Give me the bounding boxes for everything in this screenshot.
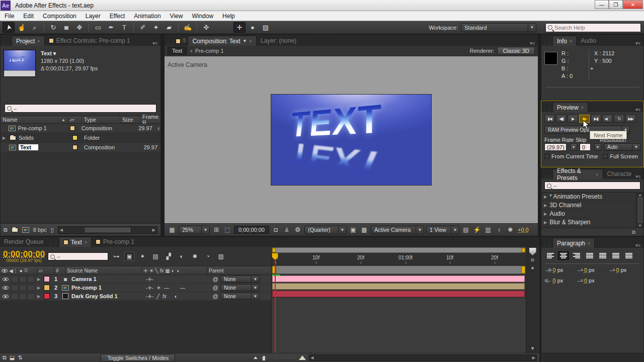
space-after-field[interactable]: →≡0px — [577, 278, 609, 284]
timeline-button-icon[interactable]: ▥ — [484, 226, 493, 234]
resolution-dropdown[interactable]: (Quarter)▼ — [304, 226, 347, 234]
skip-field[interactable]: 0 — [580, 143, 591, 151]
view-axis-mode-button[interactable]: ▨ — [260, 22, 272, 33]
composition-mini-flowchart-icon[interactable]: ⊶ — [111, 252, 121, 261]
tab-effects-presets[interactable]: Effects & Presets× — [552, 169, 603, 179]
project-row-text[interactable]: Text Composition 29.97 — [1, 143, 160, 152]
pen-tool[interactable]: ✒ — [105, 22, 117, 33]
parent-column-header[interactable]: Parent — [207, 266, 267, 275]
align-left-button[interactable] — [545, 252, 555, 259]
region-of-interest-icon[interactable]: ⬚ — [223, 226, 232, 234]
last-frame-button[interactable]: ▶▮ — [591, 115, 601, 123]
hand-tool[interactable]: ☝ — [16, 22, 28, 33]
expand-arrow-icon[interactable]: ▶ — [35, 294, 42, 299]
puppet-pin-tool[interactable]: ✜ — [200, 22, 212, 33]
panel-menu-icon[interactable]: ▾≡ — [635, 107, 643, 112]
menu-layer[interactable]: Layer — [81, 12, 105, 21]
label-color-icon[interactable] — [72, 145, 77, 150]
grid-options-icon[interactable]: ▦ — [168, 226, 177, 234]
column-size[interactable]: Size — [120, 116, 140, 123]
layer-row-camera[interactable]: ▶ 1 ◙ Camera 1 -✛- @ None▼ — [0, 275, 271, 284]
breadcrumb-parent[interactable]: Pre-comp 1 — [195, 48, 224, 54]
first-frame-button[interactable]: ▮◀ — [544, 115, 555, 123]
align-right-button[interactable] — [572, 252, 582, 259]
panel-menu-icon[interactable]: ▾≡ — [635, 41, 643, 46]
timeline-timecode[interactable]: 0;00;00;00 — [3, 250, 45, 258]
column-name[interactable]: Name▲ — [1, 116, 68, 123]
menu-effect[interactable]: Effect — [105, 12, 129, 21]
panel-menu-icon[interactable]: ▾≡ — [530, 41, 538, 46]
clone-stamp-tool[interactable]: ✦ — [150, 22, 162, 33]
search-help-input[interactable] — [554, 25, 625, 31]
timeline-search-box[interactable]: – — [48, 252, 108, 260]
eye-icon[interactable] — [0, 285, 11, 291]
timeline-horizontal-scrollbar[interactable]: ◀▶ — [309, 354, 537, 361]
effects-search-box[interactable]: – — [544, 182, 640, 190]
hide-shy-layers-icon[interactable]: ▤ — [150, 252, 160, 261]
label-color-icon[interactable] — [72, 135, 77, 140]
auto-keyframe-icon[interactable]: ◔ — [203, 252, 213, 261]
justify-all-button[interactable] — [624, 252, 634, 259]
interpret-footage-icon[interactable]: ⧉ — [4, 227, 8, 233]
toggle-switches-modes-button[interactable]: Toggle Switches / Modes — [101, 354, 175, 362]
project-row-solids[interactable]: ▶ Solids Folder — [1, 133, 160, 143]
tab-preview[interactable]: Preview× — [552, 102, 588, 112]
view-dropdown[interactable]: Active Camera▼ — [371, 226, 424, 234]
close-icon[interactable]: × — [588, 241, 590, 246]
tab-timeline-precomp[interactable]: Pre-comp 1 — [92, 237, 138, 247]
work-area-shield-icon[interactable] — [529, 248, 536, 255]
zoom-in-mountain-icon[interactable] — [299, 355, 306, 360]
menu-composition[interactable]: Composition — [38, 12, 81, 21]
renderer-button[interactable]: Classic 3D — [497, 47, 535, 55]
tab-audio[interactable]: Audio — [577, 36, 600, 46]
space-before-field[interactable]: ≡|←0px — [544, 278, 577, 284]
align-center-button[interactable] — [558, 252, 569, 259]
expand-modes-icon[interactable]: ⬓ — [10, 354, 15, 361]
bit-depth-label[interactable]: 8 bpc — [33, 227, 47, 233]
eye-icon[interactable] — [0, 276, 11, 282]
breadcrumb-current[interactable]: Text — [168, 47, 187, 55]
layer-bar-camera[interactable] — [272, 276, 525, 282]
project-row-precomp[interactable]: Pre-comp 1 Composition 29.97 ♁ — [1, 124, 160, 133]
layer-row-solid[interactable]: ▶ 3 Dark Gray Solid 1 -✛-╱fx◐ @ None▼ — [0, 292, 271, 301]
selection-tool[interactable]: ➤ — [3, 22, 15, 33]
close-icon[interactable]: × — [37, 39, 40, 44]
composition-viewport[interactable]: Active Camera TEXT TEXT — [165, 56, 538, 223]
parent-dropdown[interactable]: None▼ — [220, 276, 260, 283]
zoom-tool[interactable]: ⌕ — [29, 22, 41, 33]
label-color-icon[interactable] — [70, 126, 75, 131]
source-name-column-header[interactable]: Source Name — [65, 266, 142, 275]
transparency-grid-icon[interactable]: ▩ — [360, 226, 369, 234]
menu-view[interactable]: View — [166, 12, 188, 21]
eraser-tool[interactable]: ▰ — [163, 22, 175, 33]
fast-previews-icon[interactable]: ⚡ — [472, 226, 481, 234]
workspace-dropdown[interactable]: Standard▼ — [461, 23, 536, 32]
expand-arrow-icon[interactable]: ▶ — [544, 203, 547, 208]
effects-group-animation-presets[interactable]: ▶* Animation Presets — [541, 193, 636, 201]
expand-arrow-icon[interactable]: ▶ — [35, 286, 42, 290]
column-frame-rate[interactable]: Frame R... — [140, 116, 160, 123]
label-column-header[interactable]: ▱ — [37, 266, 54, 275]
close-button[interactable]: ✕ — [623, 0, 643, 9]
brush-tool[interactable]: ✐ — [137, 22, 149, 33]
expand-arrow-icon[interactable]: ▶ — [544, 212, 547, 216]
panel-menu-icon[interactable]: ▾≡ — [635, 174, 643, 179]
preview-timecode[interactable]: 0;00;00;00 — [234, 226, 269, 234]
scroll-down-icon[interactable]: ▼ — [530, 346, 535, 351]
expand-arrow-icon[interactable]: ▶ — [1, 136, 8, 140]
index-column-header[interactable]: # — [54, 266, 65, 275]
effects-scrollbar[interactable]: ▲▼ — [636, 193, 643, 228]
region-icon[interactable]: ▣ — [349, 226, 358, 234]
column-type[interactable]: Type — [82, 116, 120, 123]
camera-tool[interactable]: ◙ — [60, 22, 72, 33]
panel-menu-icon[interactable]: ▾≡ — [635, 243, 643, 248]
safe-zones-icon[interactable]: ⊞ — [212, 226, 221, 234]
expand-layers-icon[interactable]: ⧉ — [3, 354, 7, 361]
menu-file[interactable]: File — [0, 12, 19, 21]
pan-behind-tool[interactable]: ✥ — [73, 22, 86, 33]
label-color-icon[interactable] — [44, 285, 50, 291]
menu-help[interactable]: Help — [218, 12, 239, 21]
label-color-icon[interactable] — [44, 276, 50, 282]
tab-info[interactable]: Info× — [552, 36, 577, 46]
ram-preview-button[interactable]: ▶▶ — [625, 115, 636, 123]
